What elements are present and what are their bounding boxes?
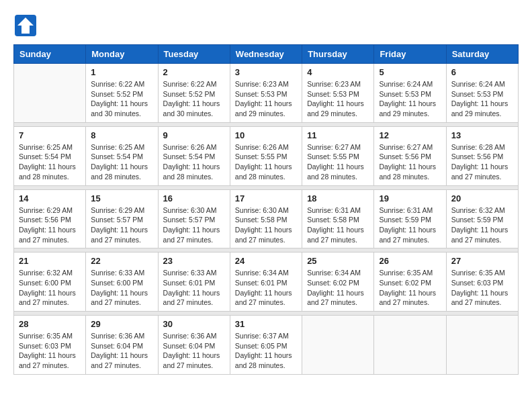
- day-info: Sunrise: 6:31 AM Sunset: 5:58 PM Dayligh…: [307, 205, 369, 245]
- calendar-day-cell: 25Sunrise: 6:34 AM Sunset: 6:02 PM Dayli…: [302, 253, 374, 312]
- day-number: 29: [91, 319, 152, 329]
- day-info: Sunrise: 6:37 AM Sunset: 6:05 PM Dayligh…: [235, 331, 297, 371]
- header-saturday: Saturday: [446, 45, 518, 64]
- calendar-day-cell: 20Sunrise: 6:32 AM Sunset: 5:59 PM Dayli…: [446, 189, 518, 248]
- calendar-day-cell: [302, 316, 374, 375]
- calendar-day-cell: 23Sunrise: 6:33 AM Sunset: 6:01 PM Dayli…: [158, 253, 230, 312]
- day-number: 5: [379, 67, 441, 77]
- header-thursday: Thursday: [302, 45, 374, 64]
- day-number: 22: [91, 256, 152, 266]
- calendar-day-cell: 31Sunrise: 6:37 AM Sunset: 6:05 PM Dayli…: [230, 316, 302, 375]
- day-info: Sunrise: 6:24 AM Sunset: 5:53 PM Dayligh…: [451, 79, 513, 119]
- day-info: Sunrise: 6:31 AM Sunset: 5:59 PM Dayligh…: [379, 205, 441, 245]
- day-info: Sunrise: 6:33 AM Sunset: 6:00 PM Dayligh…: [91, 268, 152, 308]
- calendar-day-cell: 14Sunrise: 6:29 AM Sunset: 5:56 PM Dayli…: [14, 189, 86, 248]
- calendar-day-cell: 13Sunrise: 6:28 AM Sunset: 5:56 PM Dayli…: [446, 126, 518, 185]
- calendar-day-cell: 15Sunrise: 6:29 AM Sunset: 5:57 PM Dayli…: [86, 189, 158, 248]
- day-info: Sunrise: 6:26 AM Sunset: 5:55 PM Dayligh…: [235, 142, 297, 182]
- calendar-day-cell: 29Sunrise: 6:36 AM Sunset: 6:04 PM Dayli…: [86, 316, 158, 375]
- calendar-day-cell: 7Sunrise: 6:25 AM Sunset: 5:54 PM Daylig…: [14, 126, 86, 185]
- calendar-week-row: 1Sunrise: 6:22 AM Sunset: 5:52 PM Daylig…: [14, 64, 519, 123]
- calendar-day-cell: 26Sunrise: 6:35 AM Sunset: 6:02 PM Dayli…: [374, 253, 446, 312]
- day-info: Sunrise: 6:30 AM Sunset: 5:58 PM Dayligh…: [235, 205, 297, 245]
- day-number: 15: [91, 193, 152, 203]
- day-number: 23: [163, 256, 225, 266]
- calendar-day-cell: 8Sunrise: 6:25 AM Sunset: 5:54 PM Daylig…: [86, 126, 158, 185]
- day-info: Sunrise: 6:27 AM Sunset: 5:55 PM Dayligh…: [307, 142, 369, 182]
- day-number: 9: [163, 130, 225, 140]
- day-number: 14: [19, 193, 81, 203]
- logo-icon: [13, 13, 38, 38]
- calendar-day-cell: [446, 316, 518, 375]
- calendar-day-cell: 27Sunrise: 6:35 AM Sunset: 6:03 PM Dayli…: [446, 253, 518, 312]
- day-number: 27: [451, 256, 513, 266]
- day-number: 26: [379, 256, 441, 266]
- header: [13, 13, 519, 38]
- day-number: 21: [19, 256, 81, 266]
- calendar-day-cell: 11Sunrise: 6:27 AM Sunset: 5:55 PM Dayli…: [302, 126, 374, 185]
- day-info: Sunrise: 6:36 AM Sunset: 6:04 PM Dayligh…: [163, 331, 225, 371]
- day-number: 10: [235, 130, 297, 140]
- day-info: Sunrise: 6:24 AM Sunset: 5:53 PM Dayligh…: [379, 79, 441, 119]
- day-info: Sunrise: 6:32 AM Sunset: 6:00 PM Dayligh…: [19, 268, 81, 308]
- header-friday: Friday: [374, 45, 446, 64]
- day-info: Sunrise: 6:25 AM Sunset: 5:54 PM Dayligh…: [91, 142, 152, 182]
- calendar-day-cell: [374, 316, 446, 375]
- day-info: Sunrise: 6:22 AM Sunset: 5:52 PM Dayligh…: [91, 79, 152, 119]
- calendar-day-cell: 3Sunrise: 6:23 AM Sunset: 5:53 PM Daylig…: [230, 64, 302, 123]
- day-info: Sunrise: 6:35 AM Sunset: 6:03 PM Dayligh…: [19, 331, 81, 371]
- day-info: Sunrise: 6:35 AM Sunset: 6:03 PM Dayligh…: [451, 268, 513, 308]
- day-number: 25: [307, 256, 369, 266]
- day-number: 30: [163, 319, 225, 329]
- calendar-week-row: 14Sunrise: 6:29 AM Sunset: 5:56 PM Dayli…: [14, 189, 519, 248]
- calendar-day-cell: 30Sunrise: 6:36 AM Sunset: 6:04 PM Dayli…: [158, 316, 230, 375]
- day-number: 7: [19, 130, 81, 140]
- day-number: 17: [235, 193, 297, 203]
- calendar-week-row: 28Sunrise: 6:35 AM Sunset: 6:03 PM Dayli…: [14, 316, 519, 375]
- calendar-day-cell: 19Sunrise: 6:31 AM Sunset: 5:59 PM Dayli…: [374, 189, 446, 248]
- calendar-day-cell: 9Sunrise: 6:26 AM Sunset: 5:54 PM Daylig…: [158, 126, 230, 185]
- calendar-day-cell: 28Sunrise: 6:35 AM Sunset: 6:03 PM Dayli…: [14, 316, 86, 375]
- day-info: Sunrise: 6:22 AM Sunset: 5:52 PM Dayligh…: [163, 79, 225, 119]
- calendar-week-row: 21Sunrise: 6:32 AM Sunset: 6:00 PM Dayli…: [14, 253, 519, 312]
- day-info: Sunrise: 6:26 AM Sunset: 5:54 PM Dayligh…: [163, 142, 225, 182]
- calendar-day-cell: 6Sunrise: 6:24 AM Sunset: 5:53 PM Daylig…: [446, 64, 518, 123]
- day-info: Sunrise: 6:29 AM Sunset: 5:56 PM Dayligh…: [19, 205, 81, 245]
- day-number: 20: [451, 193, 513, 203]
- day-info: Sunrise: 6:33 AM Sunset: 6:01 PM Dayligh…: [163, 268, 225, 308]
- calendar-day-cell: 21Sunrise: 6:32 AM Sunset: 6:00 PM Dayli…: [14, 253, 86, 312]
- calendar-day-cell: 17Sunrise: 6:30 AM Sunset: 5:58 PM Dayli…: [230, 189, 302, 248]
- calendar-day-cell: 1Sunrise: 6:22 AM Sunset: 5:52 PM Daylig…: [86, 64, 158, 123]
- calendar-day-cell: 24Sunrise: 6:34 AM Sunset: 6:01 PM Dayli…: [230, 253, 302, 312]
- day-number: 6: [451, 67, 513, 77]
- day-number: 11: [307, 130, 369, 140]
- day-info: Sunrise: 6:34 AM Sunset: 6:01 PM Dayligh…: [235, 268, 297, 308]
- day-number: 12: [379, 130, 441, 140]
- day-number: 1: [91, 67, 152, 77]
- day-info: Sunrise: 6:29 AM Sunset: 5:57 PM Dayligh…: [91, 205, 152, 245]
- calendar-day-cell: 10Sunrise: 6:26 AM Sunset: 5:55 PM Dayli…: [230, 126, 302, 185]
- calendar-day-cell: 22Sunrise: 6:33 AM Sunset: 6:00 PM Dayli…: [86, 253, 158, 312]
- day-info: Sunrise: 6:35 AM Sunset: 6:02 PM Dayligh…: [379, 268, 441, 308]
- day-number: 24: [235, 256, 297, 266]
- calendar-day-cell: 12Sunrise: 6:27 AM Sunset: 5:56 PM Dayli…: [374, 126, 446, 185]
- day-number: 19: [379, 193, 441, 203]
- day-info: Sunrise: 6:36 AM Sunset: 6:04 PM Dayligh…: [91, 331, 152, 371]
- day-number: 2: [163, 67, 225, 77]
- calendar-week-row: 7Sunrise: 6:25 AM Sunset: 5:54 PM Daylig…: [14, 126, 519, 185]
- day-number: 8: [91, 130, 152, 140]
- day-info: Sunrise: 6:34 AM Sunset: 6:02 PM Dayligh…: [307, 268, 369, 308]
- header-wednesday: Wednesday: [230, 45, 302, 64]
- day-info: Sunrise: 6:28 AM Sunset: 5:56 PM Dayligh…: [451, 142, 513, 182]
- header-sunday: Sunday: [14, 45, 86, 64]
- day-info: Sunrise: 6:32 AM Sunset: 5:59 PM Dayligh…: [451, 205, 513, 245]
- calendar-day-cell: 16Sunrise: 6:30 AM Sunset: 5:57 PM Dayli…: [158, 189, 230, 248]
- day-number: 18: [307, 193, 369, 203]
- calendar-day-cell: 4Sunrise: 6:23 AM Sunset: 5:53 PM Daylig…: [302, 64, 374, 123]
- calendar: SundayMondayTuesdayWednesdayThursdayFrid…: [13, 44, 519, 375]
- day-info: Sunrise: 6:23 AM Sunset: 5:53 PM Dayligh…: [235, 79, 297, 119]
- day-info: Sunrise: 6:30 AM Sunset: 5:57 PM Dayligh…: [163, 205, 225, 245]
- day-info: Sunrise: 6:23 AM Sunset: 5:53 PM Dayligh…: [307, 79, 369, 119]
- day-number: 28: [19, 319, 81, 329]
- day-number: 16: [163, 193, 225, 203]
